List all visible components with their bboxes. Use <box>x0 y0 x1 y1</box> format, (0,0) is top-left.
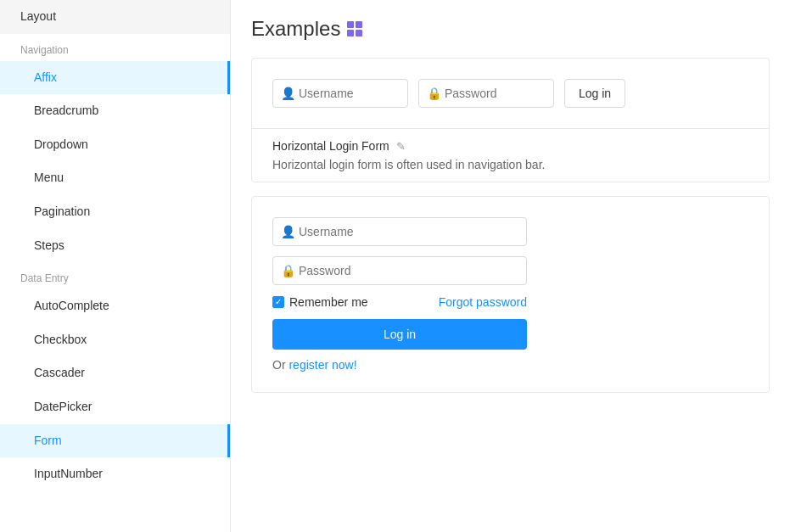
sidebar-section-data-entry: Data Entry <box>0 262 230 289</box>
sidebar-item-layout[interactable]: Layout <box>0 0 230 34</box>
remember-forgot-row: Remember me Forgot password <box>272 295 527 309</box>
username-field-wrap-vertical: 👤 <box>272 217 748 246</box>
grid-icon <box>347 21 362 36</box>
card-desc-text-horizontal: Horizontal login form is often used in n… <box>272 158 748 171</box>
sidebar-item-autocomplete[interactable]: AutoComplete <box>0 289 230 323</box>
sidebar-section-navigation: Navigation <box>0 34 230 61</box>
card-demo-horizontal: 👤 🔒 Log in <box>252 59 769 128</box>
register-now-link[interactable]: register now! <box>289 358 356 372</box>
card-description-horizontal: Horizontal Login Form ✎ Horizontal login… <box>252 128 769 182</box>
forgot-password-link[interactable]: Forgot password <box>439 295 527 309</box>
main-content: Examples 👤 🔒 Log in H <box>231 0 790 532</box>
login-button-vertical[interactable]: Log in <box>272 319 527 350</box>
sidebar-item-menu[interactable]: Menu <box>0 161 230 195</box>
lock-icon: 🔒 <box>427 87 441 100</box>
sidebar-item-checkbox[interactable]: Checkbox <box>0 323 230 357</box>
password-field-wrap-vertical: 🔒 <box>272 256 748 285</box>
sidebar-item-affix[interactable]: Affix <box>0 61 230 95</box>
user-icon-vertical: 👤 <box>281 225 295 238</box>
card-desc-header-horizontal: Horizontal Login Form ✎ <box>272 139 748 153</box>
sidebar-item-breadcrumb[interactable]: Breadcrumb <box>0 94 230 128</box>
user-icon: 👤 <box>281 87 295 100</box>
lock-icon-vertical: 🔒 <box>281 264 295 277</box>
edit-icon[interactable]: ✎ <box>396 140 406 153</box>
password-field-wrap: 🔒 <box>418 79 554 108</box>
sidebar: Layout Navigation Affix Breadcrumb Dropd… <box>0 0 231 532</box>
sidebar-item-steps[interactable]: Steps <box>0 229 230 263</box>
vertical-login-card: 👤 🔒 Remember me Forgot password Log in <box>251 196 770 393</box>
remember-me-label[interactable]: Remember me <box>272 295 368 309</box>
username-input-vertical[interactable] <box>272 217 527 246</box>
sidebar-item-pagination[interactable]: Pagination <box>0 195 230 229</box>
sidebar-item-form[interactable]: Form <box>0 424 230 458</box>
sidebar-item-datepicker[interactable]: DatePicker <box>0 390 230 424</box>
page-title: Examples <box>251 17 770 41</box>
horizontal-form: 👤 🔒 Log in <box>272 79 748 108</box>
password-input-vertical[interactable] <box>272 256 527 285</box>
vertical-form: 👤 🔒 Remember me Forgot password Log in <box>252 197 769 392</box>
username-field-wrap: 👤 <box>272 79 408 108</box>
remember-me-checkbox[interactable] <box>272 296 284 308</box>
login-button-horizontal[interactable]: Log in <box>564 79 625 108</box>
register-line: Or register now! <box>272 358 748 372</box>
sidebar-item-dropdown[interactable]: Dropdown <box>0 128 230 162</box>
sidebar-item-inputnumber[interactable]: InputNumber <box>0 457 230 491</box>
sidebar-item-cascader[interactable]: Cascader <box>0 356 230 390</box>
horizontal-login-card: 👤 🔒 Log in Horizontal Login Form ✎ Horiz… <box>251 58 770 182</box>
